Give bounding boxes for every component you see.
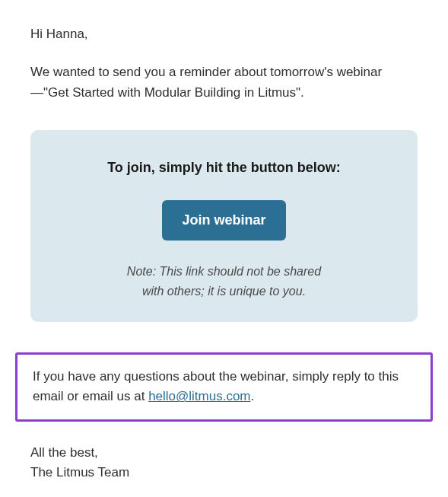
greeting-text: Hi Hanna, (30, 24, 418, 44)
cta-note: Note: This link should not be shared wit… (61, 262, 387, 301)
cta-note-line1: Note: This link should not be shared (127, 265, 321, 278)
signoff-line2: The Litmus Team (30, 465, 129, 479)
cta-note-line2: with others; it is unique to you. (142, 285, 306, 298)
questions-highlight-box: If you have any questions about the webi… (15, 352, 433, 422)
cta-box: To join, simply hit the button below: Jo… (30, 130, 418, 322)
contact-email-link[interactable]: hello@litmus.com (148, 389, 250, 403)
questions-text: If you have any questions about the webi… (33, 367, 415, 407)
questions-text-after: . (251, 389, 255, 403)
cta-heading: To join, simply hit the button below: (61, 158, 387, 179)
signoff-line1: All the best, (30, 445, 98, 460)
signoff: All the best, The Litmus Team (30, 443, 418, 483)
intro-text: We wanted to send you a reminder about t… (30, 62, 418, 103)
join-webinar-button[interactable]: Join webinar (162, 200, 285, 241)
